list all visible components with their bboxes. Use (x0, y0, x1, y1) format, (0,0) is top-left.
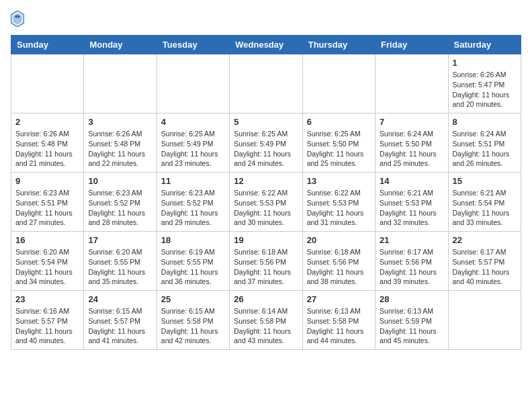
calendar-table: SundayMondayTuesdayWednesdayThursdayFrid… (11, 35, 521, 350)
day-info: Sunrise: 6:23 AM Sunset: 5:51 PM Dayligh… (15, 188, 79, 228)
day-number: 10 (88, 176, 152, 186)
calendar-cell: 17Sunrise: 6:20 AM Sunset: 5:55 PM Dayli… (84, 232, 157, 291)
day-number: 17 (88, 235, 152, 245)
calendar-cell: 24Sunrise: 6:15 AM Sunset: 5:57 PM Dayli… (84, 291, 157, 350)
calendar-cell: 2Sunrise: 6:26 AM Sunset: 5:48 PM Daylig… (11, 113, 84, 173)
day-header-thursday: Thursday (302, 36, 375, 54)
day-number: 18 (161, 235, 225, 245)
day-info: Sunrise: 6:19 AM Sunset: 5:55 PM Dayligh… (161, 247, 225, 287)
day-header-sunday: Sunday (11, 36, 84, 54)
day-number: 8 (453, 117, 517, 127)
day-number: 5 (234, 117, 298, 127)
day-number: 7 (380, 117, 443, 127)
day-info: Sunrise: 6:22 AM Sunset: 5:53 PM Dayligh… (307, 188, 371, 228)
calendar-cell: 14Sunrise: 6:21 AM Sunset: 5:53 PM Dayli… (375, 173, 448, 232)
day-info: Sunrise: 6:21 AM Sunset: 5:53 PM Dayligh… (380, 188, 443, 228)
calendar-cell: 4Sunrise: 6:25 AM Sunset: 5:49 PM Daylig… (157, 113, 229, 173)
calendar-cell: 21Sunrise: 6:17 AM Sunset: 5:56 PM Dayli… (375, 232, 448, 291)
day-info: Sunrise: 6:13 AM Sunset: 5:58 PM Dayligh… (307, 306, 371, 346)
day-info: Sunrise: 6:26 AM Sunset: 5:48 PM Dayligh… (88, 129, 152, 169)
day-info: Sunrise: 6:24 AM Sunset: 5:51 PM Dayligh… (453, 129, 517, 169)
day-info: Sunrise: 6:18 AM Sunset: 5:56 PM Dayligh… (307, 247, 371, 287)
calendar-cell: 23Sunrise: 6:16 AM Sunset: 5:57 PM Dayli… (11, 291, 84, 350)
day-number: 12 (234, 176, 298, 186)
day-number: 2 (15, 117, 79, 127)
day-number: 9 (15, 176, 79, 186)
day-number: 21 (380, 235, 443, 245)
day-number: 11 (161, 176, 225, 186)
day-header-saturday: Saturday (448, 36, 521, 54)
calendar-cell: 1Sunrise: 6:26 AM Sunset: 5:47 PM Daylig… (448, 54, 521, 113)
day-number: 1 (453, 58, 517, 68)
calendar-cell: 26Sunrise: 6:14 AM Sunset: 5:58 PM Dayli… (230, 291, 302, 350)
day-number: 27 (307, 294, 371, 304)
day-number: 4 (161, 117, 225, 127)
day-info: Sunrise: 6:26 AM Sunset: 5:47 PM Dayligh… (453, 70, 517, 109)
calendar-header-row: SundayMondayTuesdayWednesdayThursdayFrid… (11, 36, 521, 54)
day-number: 24 (88, 294, 152, 304)
calendar-cell (84, 54, 157, 113)
day-number: 20 (307, 235, 371, 245)
calendar-cell: 22Sunrise: 6:17 AM Sunset: 5:57 PM Dayli… (448, 232, 521, 291)
day-info: Sunrise: 6:25 AM Sunset: 5:49 PM Dayligh… (161, 129, 225, 169)
calendar-cell (375, 54, 448, 113)
calendar-cell: 9Sunrise: 6:23 AM Sunset: 5:51 PM Daylig… (11, 173, 84, 232)
calendar-week-3: 9Sunrise: 6:23 AM Sunset: 5:51 PM Daylig… (11, 173, 521, 232)
day-number: 3 (88, 117, 152, 127)
calendar-cell (302, 54, 375, 113)
logo (11, 11, 27, 27)
calendar-cell: 18Sunrise: 6:19 AM Sunset: 5:55 PM Dayli… (157, 232, 229, 291)
calendar-cell (157, 54, 229, 113)
day-number: 22 (453, 235, 517, 245)
day-info: Sunrise: 6:21 AM Sunset: 5:54 PM Dayligh… (453, 188, 517, 228)
day-header-friday: Friday (375, 36, 448, 54)
calendar-week-1: 1Sunrise: 6:26 AM Sunset: 5:47 PM Daylig… (11, 54, 521, 113)
calendar-cell: 3Sunrise: 6:26 AM Sunset: 5:48 PM Daylig… (84, 113, 157, 173)
day-number: 28 (380, 294, 443, 304)
calendar-cell: 19Sunrise: 6:18 AM Sunset: 5:56 PM Dayli… (230, 232, 302, 291)
day-number: 6 (307, 117, 371, 127)
calendar-cell: 20Sunrise: 6:18 AM Sunset: 5:56 PM Dayli… (302, 232, 375, 291)
day-number: 16 (15, 235, 79, 245)
day-number: 19 (234, 235, 298, 245)
day-info: Sunrise: 6:25 AM Sunset: 5:50 PM Dayligh… (307, 129, 371, 169)
calendar-week-5: 23Sunrise: 6:16 AM Sunset: 5:57 PM Dayli… (11, 291, 521, 350)
day-info: Sunrise: 6:17 AM Sunset: 5:57 PM Dayligh… (453, 247, 517, 287)
day-info: Sunrise: 6:16 AM Sunset: 5:57 PM Dayligh… (15, 306, 79, 346)
day-info: Sunrise: 6:23 AM Sunset: 5:52 PM Dayligh… (88, 188, 152, 228)
calendar-cell: 11Sunrise: 6:23 AM Sunset: 5:52 PM Dayli… (157, 173, 229, 232)
day-info: Sunrise: 6:13 AM Sunset: 5:59 PM Dayligh… (380, 306, 443, 346)
calendar-week-4: 16Sunrise: 6:20 AM Sunset: 5:54 PM Dayli… (11, 232, 521, 291)
day-number: 13 (307, 176, 371, 186)
calendar-cell: 5Sunrise: 6:25 AM Sunset: 5:49 PM Daylig… (230, 113, 302, 173)
day-header-wednesday: Wednesday (230, 36, 302, 54)
day-number: 23 (15, 294, 79, 304)
calendar-cell: 15Sunrise: 6:21 AM Sunset: 5:54 PM Dayli… (448, 173, 521, 232)
calendar-week-2: 2Sunrise: 6:26 AM Sunset: 5:48 PM Daylig… (11, 113, 521, 173)
page-header (11, 11, 521, 27)
calendar-cell (230, 54, 302, 113)
day-info: Sunrise: 6:25 AM Sunset: 5:49 PM Dayligh… (234, 129, 298, 169)
calendar-cell: 28Sunrise: 6:13 AM Sunset: 5:59 PM Dayli… (375, 291, 448, 350)
calendar-cell: 7Sunrise: 6:24 AM Sunset: 5:50 PM Daylig… (375, 113, 448, 173)
day-info: Sunrise: 6:18 AM Sunset: 5:56 PM Dayligh… (234, 247, 298, 287)
logo-icon (11, 11, 24, 27)
calendar-cell: 13Sunrise: 6:22 AM Sunset: 5:53 PM Dayli… (302, 173, 375, 232)
day-number: 26 (234, 294, 298, 304)
calendar-cell: 12Sunrise: 6:22 AM Sunset: 5:53 PM Dayli… (230, 173, 302, 232)
day-info: Sunrise: 6:23 AM Sunset: 5:52 PM Dayligh… (161, 188, 225, 228)
calendar-cell: 8Sunrise: 6:24 AM Sunset: 5:51 PM Daylig… (448, 113, 521, 173)
day-header-monday: Monday (84, 36, 157, 54)
day-info: Sunrise: 6:15 AM Sunset: 5:58 PM Dayligh… (161, 306, 225, 346)
calendar-cell (11, 54, 84, 113)
day-info: Sunrise: 6:15 AM Sunset: 5:57 PM Dayligh… (88, 306, 152, 346)
day-info: Sunrise: 6:20 AM Sunset: 5:54 PM Dayligh… (15, 247, 79, 287)
calendar-cell: 16Sunrise: 6:20 AM Sunset: 5:54 PM Dayli… (11, 232, 84, 291)
calendar-cell: 27Sunrise: 6:13 AM Sunset: 5:58 PM Dayli… (302, 291, 375, 350)
day-number: 15 (453, 176, 517, 186)
day-info: Sunrise: 6:24 AM Sunset: 5:50 PM Dayligh… (380, 129, 443, 169)
day-info: Sunrise: 6:20 AM Sunset: 5:55 PM Dayligh… (88, 247, 152, 287)
day-number: 25 (161, 294, 225, 304)
day-number: 14 (380, 176, 443, 186)
day-info: Sunrise: 6:22 AM Sunset: 5:53 PM Dayligh… (234, 188, 298, 228)
